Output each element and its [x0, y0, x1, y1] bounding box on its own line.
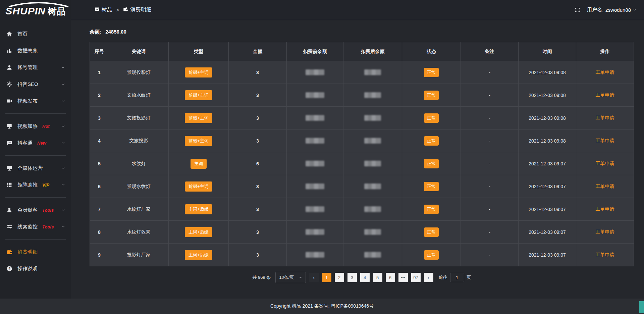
table-header-row: 序号关键词类型金额扣费前余额扣费后余额状态备注时间操作 — [90, 42, 634, 61]
pagination: 共 969 条 10条/页 ‹ 123456•••97 › 前往 页 — [90, 272, 634, 283]
sidebar-item-matrix-boost[interactable]: 矩阵助推 VIP — [0, 176, 71, 193]
app-logo: SHUPIN 树品 — [0, 0, 71, 21]
work-order-link[interactable]: 工单申请 — [596, 138, 614, 143]
column-header: 状态 — [402, 42, 461, 61]
divider — [5, 155, 66, 156]
page-button-1[interactable]: 1 — [322, 273, 331, 282]
status-badge: 正常 — [424, 136, 439, 146]
amount-cell: 3 — [228, 221, 287, 244]
work-order-link[interactable]: 工单申请 — [596, 229, 614, 234]
username-label: 用户名: — [587, 7, 603, 13]
remark-cell: - — [461, 221, 519, 244]
work-order-link[interactable]: 工单申请 — [596, 115, 614, 120]
status-badge: 正常 — [424, 227, 439, 237]
topbar: 树品 > 消费明细 用户名: zswodun88 — [71, 0, 644, 20]
work-order-link[interactable]: 工单申请 — [596, 252, 614, 257]
balance: 余额: 24856.00 — [90, 29, 634, 35]
remark-cell: - — [461, 107, 519, 129]
remark-cell: - — [461, 244, 519, 266]
column-header: 时间 — [519, 42, 576, 61]
sidebar-item-label: 全媒体运营 — [17, 165, 43, 171]
divider — [5, 197, 66, 198]
type-badge: 前缀+主词 — [185, 113, 212, 123]
user-menu[interactable]: 用户名: zswodun88 — [587, 7, 637, 13]
table-row: 8 水纹灯效果 主词+后缀 3 正常 - 2021-12-03 09:07 工单… — [90, 221, 634, 244]
masked-balance-after — [364, 229, 381, 235]
prev-page-button[interactable]: ‹ — [309, 273, 319, 282]
sidebar-item-label: 消费明细 — [17, 249, 38, 255]
page-button-3[interactable]: 3 — [347, 273, 357, 282]
row-index: 1 — [90, 61, 109, 84]
amount-cell: 3 — [228, 129, 287, 152]
sidebar-item-operation-guide[interactable]: ? 操作说明 — [0, 260, 71, 277]
divider — [5, 239, 66, 240]
breadcrumb-item-home[interactable]: 树品 — [95, 6, 112, 13]
sidebar-item-data-overview[interactable]: 数据总览 — [0, 42, 71, 59]
sidebar-item-consumption-detail[interactable]: 消费明细 — [0, 244, 71, 260]
keyword-cell: 投影灯厂家 — [109, 244, 168, 266]
sidebar-item-douketong[interactable]: 抖客通 New — [0, 135, 71, 151]
table-row: 4 文旅投影 前缀+主词 3 正常 - 2021-12-03 09:08 工单申… — [90, 129, 634, 152]
jump-page-input[interactable] — [450, 273, 464, 282]
sidebar-item-home[interactable]: 首页 — [0, 25, 71, 42]
chevron-down-icon — [61, 141, 65, 145]
row-index: 8 — [90, 221, 109, 244]
masked-balance-before — [306, 92, 324, 98]
page-size-select[interactable]: 10条/页 — [275, 272, 306, 283]
table-row: 9 投影灯厂家 主词+后缀 3 正常 - 2021-12-03 09:07 工单… — [90, 244, 634, 266]
sidebar-item-account-management[interactable]: 账号管理 — [0, 59, 71, 76]
work-order-link[interactable]: 工单申请 — [596, 206, 614, 212]
sidebar-item-label: 会员爆客 — [17, 207, 38, 213]
table-row: 5 水纹灯 主词 6 正常 - 2021-12-03 09:07 工单申请 — [90, 152, 634, 175]
type-badge: 前缀+主词 — [185, 136, 212, 146]
page-jump: 前往 页 — [439, 273, 471, 282]
fullscreen-icon[interactable] — [575, 7, 580, 13]
sidebar-item-badge: VIP — [42, 182, 49, 188]
remark-cell: - — [461, 175, 519, 198]
breadcrumb-item-current[interactable]: 消费明细 — [123, 6, 152, 13]
page-button-•••[interactable]: ••• — [398, 273, 408, 282]
page-button-6[interactable]: 6 — [386, 273, 395, 282]
sidebar-item-badge: New — [37, 141, 46, 146]
row-index: 9 — [90, 244, 109, 266]
work-order-link[interactable]: 工单申请 — [596, 161, 614, 166]
work-order-link[interactable]: 工单申请 — [596, 184, 614, 189]
type-badge: 前缀+主词 — [185, 90, 212, 100]
sidebar-item-video-publish[interactable]: 视频发布 — [0, 93, 71, 109]
grid-icon — [6, 181, 13, 188]
chart-icon — [6, 47, 13, 54]
sidebar-item-label: 抖音SEO — [17, 81, 38, 88]
next-page-button[interactable]: › — [424, 273, 433, 282]
column-header: 关键词 — [109, 42, 168, 61]
sidebar-item-all-media-operation[interactable]: 全媒体运营 — [0, 160, 71, 176]
work-order-link[interactable]: 工单申请 — [596, 69, 614, 75]
keyword-cell: 文旅投影 — [109, 129, 168, 152]
type-badge: 主词 — [191, 159, 207, 169]
sidebar-item-clue-monitor[interactable]: 线索监控 Tools — [0, 218, 71, 235]
remark-cell: - — [461, 61, 519, 84]
jump-prefix-label: 前往 — [439, 274, 447, 280]
home-icon — [6, 31, 13, 37]
page-button-4[interactable]: 4 — [360, 273, 370, 282]
sidebar-item-badge: Tools — [42, 208, 54, 213]
amount-cell: 3 — [228, 198, 287, 221]
sidebar-item-member-baoke[interactable]: 会员爆客 Tools — [0, 202, 71, 218]
status-badge: 正常 — [424, 205, 439, 214]
sliders-icon — [6, 223, 13, 230]
page-button-5[interactable]: 5 — [373, 273, 382, 282]
floating-widget[interactable] — [639, 301, 644, 313]
remark-cell: - — [461, 198, 519, 221]
sidebar-item-video-heat[interactable]: 视频加热 Hot — [0, 118, 71, 135]
page-button-2[interactable]: 2 — [335, 273, 344, 282]
work-order-link[interactable]: 工单申请 — [596, 92, 614, 98]
amount-cell: 3 — [228, 175, 287, 198]
type-badge: 前缀+主词 — [185, 181, 212, 192]
page-button-97[interactable]: 97 — [411, 273, 421, 282]
masked-balance-before — [306, 184, 324, 189]
sidebar-item-douyin-seo[interactable]: 抖音SEO — [0, 76, 71, 93]
remark-cell: - — [461, 152, 519, 175]
sidebar-item-badge: Tools — [42, 224, 54, 229]
chevron-down-icon — [61, 124, 65, 128]
sidebar-item-label: 数据总览 — [17, 48, 38, 54]
status-badge: 正常 — [424, 250, 439, 260]
